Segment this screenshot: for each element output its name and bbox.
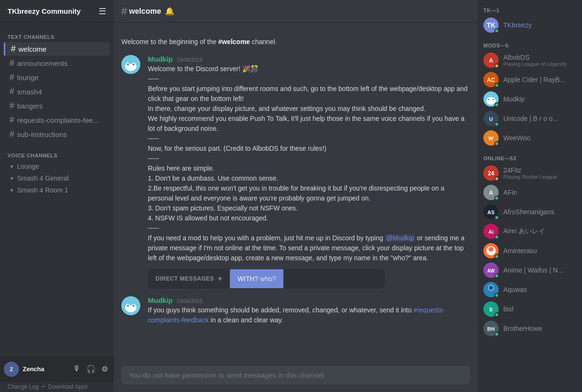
member-aquwas[interactable]: Aquwas: [480, 280, 580, 299]
hash-icon: #: [9, 87, 14, 97]
channel-mention[interactable]: #requests-complaints-feedback: [148, 306, 445, 324]
svg-point-14: [133, 305, 135, 307]
dm-add-button[interactable]: +: [218, 274, 223, 283]
voice-smash4room1[interactable]: ▼ Smash 4 Room 1: [4, 184, 110, 193]
avatar: [483, 243, 499, 258]
online-status: [494, 83, 499, 88]
member-airei[interactable]: Ai Airei あいレイ: [480, 222, 580, 241]
avatar: A: [483, 53, 499, 68]
avatar: TK: [483, 18, 499, 33]
member-name: AlbobDS: [503, 54, 566, 61]
message-input[interactable]: [121, 366, 470, 384]
sidebar: TKbreezy Community ☰ TEXT CHANNELS # wel…: [0, 0, 114, 392]
member-name: WeeWoo: [503, 134, 530, 142]
mention[interactable]: @Mudkip: [385, 234, 415, 242]
messages-area: Welcome to the beginning of the #welcome…: [114, 23, 478, 358]
channel-header-name: welcome: [129, 7, 161, 16]
svg-text:A: A: [489, 57, 493, 64]
channel-smash4[interactable]: # smash4: [4, 85, 110, 99]
online-status: [494, 122, 499, 127]
svg-text:TK: TK: [487, 21, 496, 29]
channel-sub-instructions[interactable]: # sub-instructions: [4, 128, 110, 141]
channel-lounge[interactable]: # lounge: [4, 71, 110, 84]
member-afroshenanigans[interactable]: AS AfroShenanigans: [480, 202, 580, 221]
member-name: AFin: [503, 189, 517, 196]
svg-point-4: [127, 64, 129, 65]
member-name: TKbreezy: [503, 21, 532, 29]
voice-lounge[interactable]: ▼ Lounge: [4, 161, 110, 172]
avatar: [483, 91, 499, 107]
changelog-link[interactable]: Change Log: [8, 383, 38, 390]
voice-channels-header: VOICE CHANNELS: [0, 145, 114, 160]
member-info: WeeWoo: [503, 134, 530, 142]
hamburger-icon[interactable]: ☰: [99, 6, 106, 17]
channel-announcements[interactable]: # announcements: [4, 56, 110, 70]
member-name: Anime | Waifus | N...: [503, 266, 564, 274]
member-aminterasu[interactable]: Aminterasu: [480, 241, 580, 260]
member-name: Apple Cider | RayB...: [503, 76, 565, 83]
member-anime[interactable]: AW Anime | Waifus | N...: [480, 261, 580, 280]
svg-point-49: [489, 286, 493, 290]
with-label: WITH?: [237, 275, 260, 283]
member-brotherhowe[interactable]: BH BrotherHowe: [480, 319, 580, 338]
avatar: AC: [483, 72, 499, 87]
member-info: 24Fitz Playing Rocket League: [503, 166, 557, 180]
voice-smash4general[interactable]: ▼ Smash 4 General: [4, 173, 110, 184]
avatar: Ai: [483, 224, 499, 239]
channel-label: bangers: [17, 102, 43, 110]
online-status: [494, 293, 499, 298]
member-albobds[interactable]: A AlbobDS Playing League of Legends: [480, 51, 580, 70]
member-applecider[interactable]: AC Apple Cider | RayB...: [480, 70, 580, 89]
member-tkbreezy[interactable]: TK TKbreezy: [480, 16, 580, 35]
avatar: AS: [483, 204, 499, 219]
member-info: AlbobDS Playing League of Legends: [503, 54, 566, 67]
settings-button[interactable]: ⚙: [100, 363, 110, 375]
message-author: Mudkip: [148, 55, 173, 63]
member-weewoo[interactable]: W WeeWoo: [480, 128, 580, 147]
member-name: Aquwas: [503, 286, 527, 293]
channel-header: # welcome 🔔: [114, 0, 478, 23]
mute-button[interactable]: 🎙: [71, 363, 82, 375]
beginning-suffix: channel.: [250, 38, 277, 46]
member-bisl[interactable]: b bisl: [480, 300, 580, 319]
message-header: Mudkip 10/06/2015: [148, 55, 470, 63]
svg-text:AC: AC: [487, 77, 495, 83]
hash-icon: #: [9, 101, 14, 111]
member-mudkip[interactable]: Mudkip: [480, 90, 580, 109]
voice-channel-label: Smash 4 Room 1: [17, 186, 68, 193]
dm-popup-input: WITH? who?: [230, 269, 283, 288]
svg-text:b: b: [489, 306, 492, 313]
member-subtext: Playing League of Legends: [503, 61, 566, 67]
deafen-button[interactable]: 🎧: [84, 363, 98, 375]
channel-bangers[interactable]: # bangers: [4, 99, 110, 113]
member-unicode[interactable]: U Unicode | B r o o...: [480, 109, 580, 128]
channel-welcome[interactable]: # welcome: [4, 42, 110, 56]
dm-popup-area: DIRECT MESSAGES + WITH? who?: [114, 265, 478, 292]
channel-beginning: Welcome to the beginning of the #welcome…: [114, 30, 478, 49]
channel-label: sub-instructions: [17, 130, 67, 138]
avatar: Z: [4, 362, 19, 377]
channel-requests[interactable]: # requests-complaints-fee...: [4, 113, 110, 127]
member-name: AfroShenanigans: [503, 208, 554, 216]
mods-section-header: MODS—5: [478, 35, 582, 50]
server-header[interactable]: TKbreezy Community ☰: [0, 0, 114, 23]
member-info: Apple Cider | RayB...: [503, 76, 565, 83]
svg-point-13: [127, 305, 129, 307]
voice-channel-label: Lounge: [17, 163, 39, 170]
message-author: Mudkip: [148, 296, 173, 304]
chevron-down-icon: ▼: [9, 164, 14, 169]
hash-icon: #: [9, 129, 14, 139]
online-status: [494, 312, 499, 317]
member-info: Unicode | B r o o...: [503, 115, 558, 122]
svg-point-28: [488, 99, 490, 100]
member-info: Anime | Waifus | N...: [503, 266, 564, 274]
member-info: AFin: [503, 189, 517, 196]
member-afin[interactable]: A AFin: [480, 183, 580, 202]
svg-text:24: 24: [488, 170, 494, 177]
member-info: TKbreezy: [503, 21, 532, 29]
avatar: W: [483, 130, 499, 146]
member-24fitz[interactable]: 24 24Fitz Playing Rocket League: [480, 164, 580, 182]
tk1-section-header: TK—1: [478, 0, 582, 15]
bell-icon[interactable]: 🔔: [165, 7, 174, 16]
download-apps-link[interactable]: Download Apps: [48, 383, 88, 390]
